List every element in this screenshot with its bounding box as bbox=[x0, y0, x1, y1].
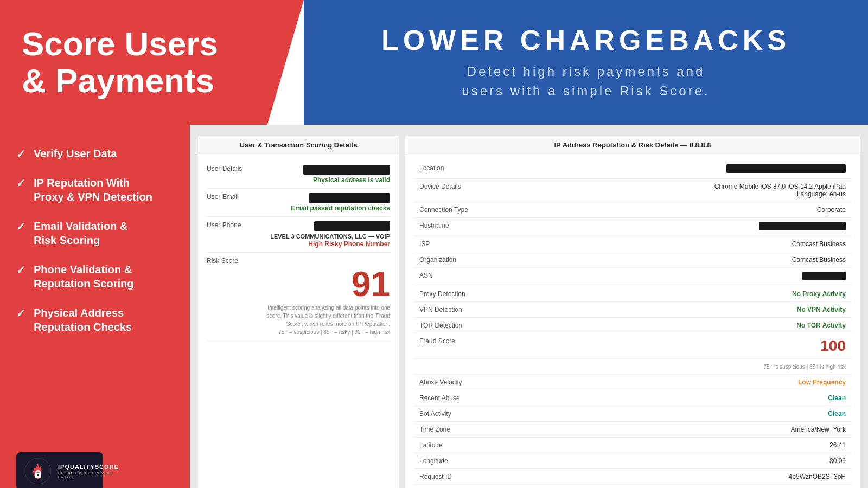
row-value: 4p5WznOB2ST3oH bbox=[501, 469, 851, 485]
row-value: 26.41 bbox=[501, 438, 851, 453]
status-value: No TOR Activity bbox=[796, 322, 846, 329]
row-label: TOR Detection bbox=[414, 318, 501, 333]
ip-table-row: Request ID 4p5WznOB2ST3oH bbox=[414, 469, 851, 485]
user-phone-carrier: LEVEL 3 COMMUNICATIONS, LLC — VOIP bbox=[270, 233, 390, 240]
ip-table-row: Proxy Detection No Proxy Activity bbox=[414, 286, 851, 302]
cta-subtitle: Detect high risk payments and users with… bbox=[462, 62, 710, 101]
feature-list: ✓ Verify User Data ✓ IP Reputation WithP… bbox=[16, 146, 179, 334]
ip-table-row: Hostname bbox=[414, 218, 851, 236]
cell-value: Comcast Business bbox=[792, 256, 846, 264]
status-value: No Proxy Activity bbox=[792, 290, 846, 298]
row-label: Organization bbox=[414, 252, 501, 268]
row-label: Longitude bbox=[414, 453, 501, 469]
row-label: Location bbox=[414, 160, 501, 179]
top-right-cta: LOWER CHARGEBACKS Detect high risk payme… bbox=[304, 0, 868, 125]
row-value: Low Frequency bbox=[501, 375, 851, 390]
feature-text: Email Validation &Risk Scoring bbox=[34, 219, 127, 247]
right-panel-body: Location Device Details Chrome Mobile iO… bbox=[405, 155, 860, 488]
risk-score-section: Risk Score 91 Intelligent scoring analyz… bbox=[207, 253, 390, 341]
ip-table-row: Recent Abuse Clean bbox=[414, 390, 851, 406]
redacted-value bbox=[726, 164, 846, 173]
cta-title: LOWER CHARGEBACKS bbox=[381, 24, 790, 56]
feature-text: Physical AddressReputation Checks bbox=[34, 306, 132, 334]
row-value: No VPN Activity bbox=[501, 302, 851, 318]
ip-table-row: 75+ is suspicious | 85+ is high risk bbox=[414, 359, 851, 375]
status-value: Low Frequency bbox=[798, 378, 846, 386]
check-icon: ✓ bbox=[16, 264, 25, 277]
row-label: Bot Activity bbox=[414, 406, 501, 422]
ip-table-row: Fraud Score 100 bbox=[414, 333, 851, 359]
row-value: Chrome Mobile iOS 87.0 iOS 14.2 Apple iP… bbox=[501, 179, 851, 202]
user-phone-value: LEVEL 3 COMMUNICATIONS, LLC — VOIP High … bbox=[261, 221, 390, 248]
check-icon: ✓ bbox=[16, 307, 25, 320]
logo-brand: IPQUALITYSCORE bbox=[58, 464, 119, 471]
user-email-redacted bbox=[309, 193, 390, 203]
cell-value: Chrome Mobile iOS 87.0 iOS 14.2 Apple iP… bbox=[714, 183, 846, 198]
ip-table-row: Organization Comcast Business bbox=[414, 252, 851, 268]
row-label: Abuse Velocity bbox=[414, 375, 501, 390]
row-value bbox=[501, 268, 851, 286]
feature-phone: ✓ Phone Validation &Reputation Scoring bbox=[16, 262, 179, 291]
row-label: Device Details bbox=[414, 179, 501, 202]
feature-text: Phone Validation &Reputation Scoring bbox=[34, 262, 133, 291]
user-details-value: Physical address is valid bbox=[261, 165, 390, 184]
cell-value: Corporate bbox=[817, 206, 846, 214]
redacted-value bbox=[802, 272, 846, 280]
check-icon: ✓ bbox=[16, 147, 25, 160]
ip-details-table: Location Device Details Chrome Mobile iO… bbox=[414, 160, 851, 485]
row-label: Recent Abuse bbox=[414, 390, 501, 406]
ip-table-row: Longitude -80.09 bbox=[414, 453, 851, 469]
row-label: ISP bbox=[414, 236, 501, 252]
cell-value: 26.41 bbox=[829, 441, 846, 449]
row-value: No Proxy Activity bbox=[501, 286, 851, 302]
row-value: -80.09 bbox=[501, 453, 851, 469]
ip-table-row: ASN bbox=[414, 268, 851, 286]
user-phone-label: User Phone bbox=[207, 221, 256, 229]
row-value: Comcast Business bbox=[501, 252, 851, 268]
feature-verify: ✓ Verify User Data bbox=[16, 146, 179, 160]
content-area: User & Transaction Scoring Details User … bbox=[190, 125, 868, 488]
risk-score-desc: Intelligent scoring analyzing all data p… bbox=[207, 304, 390, 336]
user-details-redacted bbox=[303, 165, 390, 175]
ip-table-row: ISP Comcast Business bbox=[414, 236, 851, 252]
status-value: Clean bbox=[828, 410, 846, 418]
row-label: ASN bbox=[414, 268, 501, 286]
row-label bbox=[414, 359, 501, 375]
row-label: Latitude bbox=[414, 438, 501, 453]
row-label: Fraud Score bbox=[414, 333, 501, 359]
row-value: America/New_York bbox=[501, 422, 851, 438]
svg-point-2 bbox=[37, 474, 39, 476]
ip-table-row: Bot Activity Clean bbox=[414, 406, 851, 422]
ip-table-row: VPN Detection No VPN Activity bbox=[414, 302, 851, 318]
user-phone-redacted bbox=[314, 221, 390, 231]
risk-score-label: Risk Score bbox=[207, 257, 390, 265]
row-value bbox=[501, 218, 851, 236]
hero-title: Score Users & Payments bbox=[22, 25, 218, 99]
user-email-note: Email passed reputation checks bbox=[291, 204, 390, 212]
check-icon: ✓ bbox=[16, 177, 25, 190]
user-email-row: User Email Email passed reputation check… bbox=[207, 189, 390, 217]
cell-value: Comcast Business bbox=[792, 240, 846, 248]
row-value: 75+ is suspicious | 85+ is high risk bbox=[501, 359, 851, 375]
left-panel-body: User Details Physical address is valid U… bbox=[198, 155, 399, 346]
row-value bbox=[501, 160, 851, 179]
score-desc: 75+ is suspicious | 85+ is high risk bbox=[763, 364, 846, 370]
status-value: No VPN Activity bbox=[797, 306, 846, 313]
status-value: Clean bbox=[828, 394, 846, 402]
ip-table-row: Connection Type Corporate bbox=[414, 202, 851, 218]
right-panel-header: IP Address Reputation & Risk Details — 8… bbox=[405, 136, 860, 155]
row-value: 100 bbox=[501, 333, 851, 359]
top-left-hero: Score Users & Payments bbox=[0, 0, 304, 125]
row-value: Clean bbox=[501, 406, 851, 422]
logo-tagline: PROACTIVELY PREVENT FRAUD bbox=[58, 471, 119, 479]
user-details-label: User Details bbox=[207, 165, 256, 172]
row-value: Clean bbox=[501, 390, 851, 406]
user-phone-row: User Phone LEVEL 3 COMMUNICATIONS, LLC —… bbox=[207, 217, 390, 253]
row-label: Proxy Detection bbox=[414, 286, 501, 302]
row-label: Time Zone bbox=[414, 422, 501, 438]
risk-score-number: 91 bbox=[207, 267, 390, 301]
feature-text: IP Reputation WithProxy & VPN Detection bbox=[34, 176, 152, 204]
fraud-score-value: 100 bbox=[820, 337, 846, 354]
row-label: Connection Type bbox=[414, 202, 501, 218]
redacted-value bbox=[759, 222, 846, 230]
